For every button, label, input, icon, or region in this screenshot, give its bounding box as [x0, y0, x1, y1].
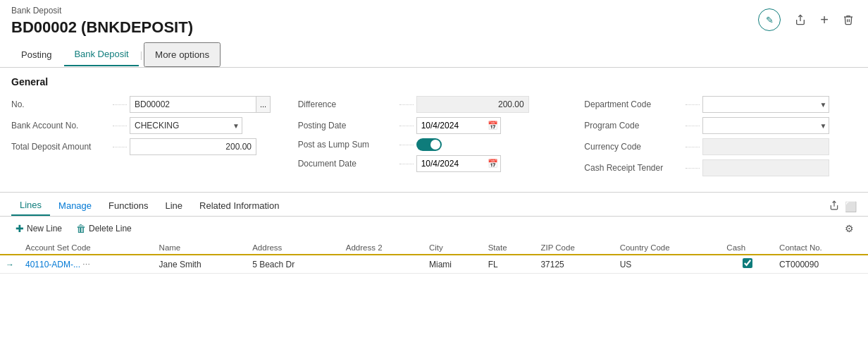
share-button[interactable]	[795, 14, 806, 25]
col-3: Department Code ▼ Program Code	[584, 96, 857, 181]
country-cell: US	[614, 255, 721, 274]
post-lump-sum-toggle[interactable]	[416, 138, 442, 151]
col-address-header: Address	[247, 241, 340, 255]
lines-tab-lines[interactable]: Lines	[11, 197, 50, 216]
state-value: FL	[488, 260, 498, 269]
col-arrow-header	[0, 241, 20, 255]
field-bank-account-row: Bank Account No. CHECKING ▼	[11, 117, 284, 134]
field-total-deposit-row: Total Deposit Amount	[11, 138, 284, 155]
lines-table-header: Account Set Code Name Address Address 2 …	[0, 241, 868, 255]
field-posting-date-row: Posting Date 📅	[298, 117, 571, 134]
post-lump-dots	[399, 145, 414, 145]
col-1: No. ... Bank Account No. CHECKING	[11, 96, 284, 181]
cash-checkbox[interactable]	[743, 258, 752, 268]
program-code-dots	[686, 126, 700, 126]
lines-expand-icon[interactable]: ⬜	[845, 200, 857, 212]
new-line-button[interactable]: ✚ New Line	[11, 221, 66, 236]
page-title: BD00002 (BNKDEPOSIT)	[11, 18, 857, 37]
col-city-header: City	[423, 241, 483, 255]
lines-table: Account Set Code Name Address Address 2 …	[0, 241, 868, 274]
lines-tab-manage[interactable]: Manage	[50, 198, 100, 215]
tab-bank-deposit[interactable]: Bank Deposit	[64, 43, 138, 66]
city-cell: Miami	[423, 255, 483, 274]
col-state-header: State	[483, 241, 535, 255]
field-post-lump-sum-row: Post as Lump Sum	[298, 138, 571, 151]
program-code-select-wrapper: ▼	[702, 117, 829, 134]
col-contact-header: Contact No.	[774, 241, 868, 255]
field-program-code-row: Program Code ▼	[584, 117, 857, 134]
lines-tab-line[interactable]: Line	[156, 198, 191, 215]
cash-receipt-input	[702, 159, 829, 176]
cash-receipt-dots	[686, 168, 700, 169]
tab-more-options[interactable]: More options	[144, 42, 221, 67]
no-ellipsis-button[interactable]: ...	[256, 96, 271, 113]
lines-tabs-bar: Lines Manage Functions Line Related Info…	[0, 193, 868, 217]
posting-date-wrapper: 📅	[416, 117, 501, 134]
posting-date-dots	[399, 126, 414, 126]
dept-code-select-wrapper: ▼	[702, 96, 829, 113]
program-code-label: Program Code	[584, 121, 683, 131]
bank-account-select-wrapper: CHECKING ▼	[130, 117, 242, 134]
col-zip-header: ZIP Code	[535, 241, 614, 255]
bank-dots	[113, 126, 127, 126]
table-row[interactable]: → 40110-ADM-... ⋯ Jane Smith 5 Beach Dr	[0, 255, 868, 274]
lines-tab-functions[interactable]: Functions	[100, 198, 156, 215]
zip-value: 37125	[540, 260, 564, 269]
page-header: Bank Deposit BD00002 (BNKDEPOSIT)	[0, 0, 868, 37]
edit-button[interactable]: ✎	[758, 8, 781, 31]
bank-account-label: Bank Account No.	[11, 121, 110, 131]
currency-code-dots	[686, 147, 700, 147]
col-account-set-code-header: Account Set Code	[20, 241, 154, 255]
zip-cell: 37125	[535, 255, 614, 274]
field-cash-receipt-row: Cash Receipt Tender	[584, 159, 857, 176]
contact-cell: CT000090	[774, 255, 868, 274]
lines-settings-icon[interactable]: ⚙	[845, 223, 854, 234]
total-deposit-label: Total Deposit Amount	[11, 142, 110, 152]
lines-actions-bar: ✚ New Line 🗑 Delete Line ⚙	[0, 217, 868, 241]
program-code-select[interactable]	[702, 117, 829, 134]
lines-table-body: → 40110-ADM-... ⋯ Jane Smith 5 Beach Dr	[0, 255, 868, 274]
address-cell: 5 Beach Dr	[247, 255, 340, 274]
field-currency-code-row: Currency Code	[584, 138, 857, 155]
posting-date-input[interactable]	[416, 117, 501, 134]
cash-receipt-label: Cash Receipt Tender	[584, 163, 683, 173]
document-date-dots	[399, 164, 414, 164]
difference-input	[416, 96, 529, 113]
name-cell: Jane Smith	[154, 255, 247, 274]
delete-line-button[interactable]: 🗑 Delete Line	[72, 221, 136, 236]
lines-tabs-right-icons: ⬜	[829, 200, 857, 212]
city-value: Miami	[429, 260, 452, 269]
country-value: US	[620, 260, 632, 269]
row-arrow-icon: →	[6, 260, 14, 269]
delete-button[interactable]	[843, 14, 854, 25]
lines-section: Lines Manage Functions Line Related Info…	[0, 192, 868, 274]
total-deposit-input[interactable]	[130, 138, 256, 155]
post-lump-sum-label: Post as Lump Sum	[298, 140, 397, 150]
document-date-wrapper: 📅	[416, 155, 501, 172]
dept-code-dots	[686, 104, 700, 105]
field-document-date-row: Document Date 📅	[298, 155, 571, 172]
state-cell: FL	[483, 255, 535, 274]
currency-code-input	[702, 138, 829, 155]
header-actions: ✎ +	[758, 8, 854, 31]
add-button[interactable]: +	[820, 12, 829, 28]
document-date-label: Document Date	[298, 159, 397, 169]
no-input[interactable]	[130, 96, 256, 113]
field-difference-row: Difference	[298, 96, 571, 113]
col-2: Difference Posting Date 📅	[298, 96, 571, 181]
account-ellipsis-button[interactable]: ⋯	[82, 260, 90, 269]
document-date-input[interactable]	[416, 155, 501, 172]
dept-code-label: Department Code	[584, 99, 683, 109]
lines-share-icon[interactable]	[829, 200, 839, 212]
tab-posting[interactable]: Posting	[11, 44, 61, 66]
currency-code-label: Currency Code	[584, 142, 683, 152]
dept-code-select[interactable]	[702, 96, 829, 113]
address-value: 5 Beach Dr	[252, 260, 294, 269]
bank-account-select[interactable]: CHECKING	[130, 117, 242, 134]
new-line-icon: ✚	[16, 223, 24, 234]
account-set-code-value[interactable]: 40110-ADM-...	[25, 260, 80, 269]
field-dept-code-row: Department Code ▼	[584, 96, 857, 113]
col-country-header: Country Code	[614, 241, 721, 255]
lines-tab-related-info[interactable]: Related Information	[191, 198, 287, 215]
account-set-code-cell: 40110-ADM-... ⋯	[20, 255, 154, 274]
